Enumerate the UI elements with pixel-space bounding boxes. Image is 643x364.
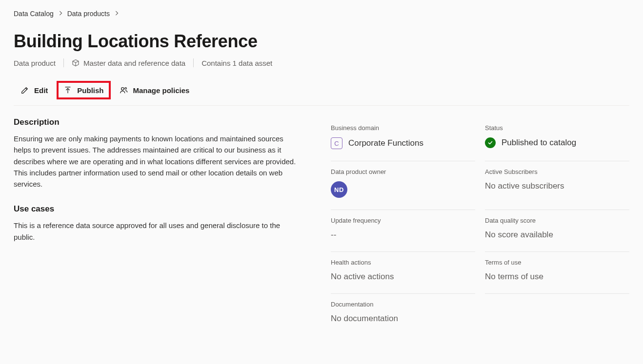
info-terms-of-use: Terms of use No terms of use <box>485 252 629 294</box>
info-dq-score: Data quality score No score available <box>485 210 629 252</box>
publish-icon <box>63 86 72 95</box>
meta-asset-count: Contains 1 data asset <box>201 59 272 67</box>
page-title: Building Locations Reference <box>14 31 629 52</box>
info-health-actions: Health actions No active actions <box>331 252 475 294</box>
edit-button[interactable]: Edit <box>14 81 55 99</box>
owner-avatar[interactable]: ND <box>331 181 347 198</box>
info-label: Documentation <box>331 301 629 308</box>
terms-value: No terms of use <box>485 272 629 282</box>
manage-policies-button[interactable]: Manage policies <box>113 81 197 99</box>
info-owner: Data product owner ND <box>331 161 475 210</box>
info-label: Business domain <box>331 124 475 132</box>
svg-point-1 <box>124 88 126 90</box>
info-label: Health actions <box>331 259 475 266</box>
breadcrumb-root[interactable]: Data Catalog <box>14 10 54 18</box>
people-icon <box>120 86 128 95</box>
edit-label: Edit <box>34 86 48 95</box>
dq-score-value: No score available <box>485 230 629 240</box>
divider <box>193 58 194 67</box>
info-label: Update frequency <box>331 217 475 224</box>
status-value: Published to catalog <box>502 138 576 148</box>
health-actions-value: No active actions <box>331 272 475 282</box>
info-status: Status Published to catalog <box>485 117 629 161</box>
description-heading: Description <box>14 117 301 127</box>
domain-badge: C <box>331 137 342 149</box>
checkmark-circle-icon <box>485 137 496 148</box>
info-label: Status <box>485 124 629 132</box>
use-cases-body: This is a reference data source approved… <box>14 220 301 243</box>
chevron-right-icon <box>115 10 119 17</box>
meta-row: Data product Master data and reference d… <box>14 58 629 67</box>
publish-label: Publish <box>77 86 103 95</box>
description-body: Ensuring we are only making payments to … <box>14 133 301 190</box>
breadcrumb: Data Catalog Data products <box>14 10 629 18</box>
info-subscribers: Active Subscribers No active subscribers <box>485 161 629 210</box>
svg-point-0 <box>121 88 123 90</box>
info-label: Terms of use <box>485 259 629 266</box>
info-update-frequency: Update frequency -- <box>331 210 475 252</box>
breadcrumb-section[interactable]: Data products <box>67 10 110 18</box>
info-label: Data quality score <box>485 217 629 224</box>
use-cases-heading: Use cases <box>14 204 301 214</box>
info-label: Data product owner <box>331 168 475 175</box>
left-column: Description Ensuring we are only making … <box>14 117 301 335</box>
info-business-domain: Business domain C Corporate Functions <box>331 117 475 161</box>
meta-type: Data product <box>14 59 56 67</box>
pencil-icon <box>20 86 29 95</box>
divider <box>63 58 64 67</box>
manage-policies-label: Manage policies <box>133 86 190 95</box>
cube-icon <box>72 59 80 67</box>
info-label: Active Subscribers <box>485 168 629 175</box>
publish-button[interactable]: Publish <box>57 81 110 99</box>
chevron-right-icon <box>59 10 62 17</box>
info-panel: Business domain C Corporate Functions St… <box>331 117 629 335</box>
subscribers-value: No active subscribers <box>485 181 629 191</box>
meta-category-label: Master data and reference data <box>83 59 185 67</box>
business-domain-value: Corporate Functions <box>348 138 423 148</box>
documentation-value: No documentation <box>331 314 629 324</box>
info-documentation: Documentation No documentation <box>331 294 629 335</box>
toolbar: Edit Publish Manage policies <box>14 81 629 106</box>
update-frequency-value: -- <box>331 230 475 240</box>
meta-category: Master data and reference data <box>72 59 185 67</box>
